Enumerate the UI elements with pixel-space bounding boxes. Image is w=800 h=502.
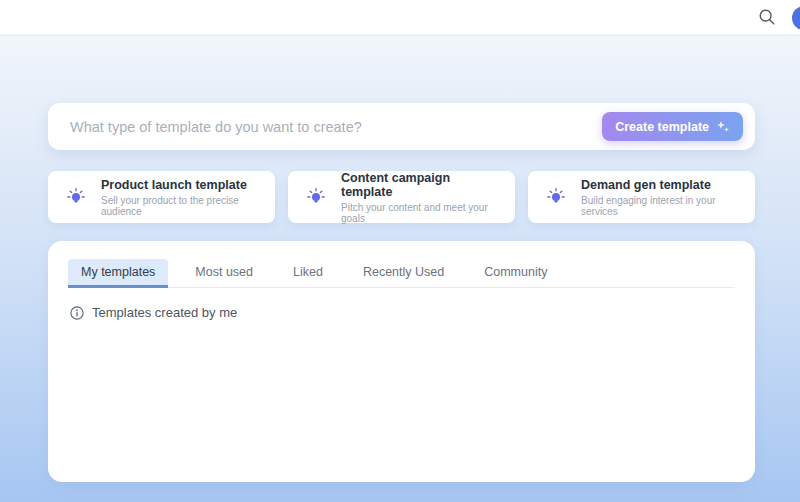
- main-content: Create template: [0, 103, 800, 482]
- suggestion-card-content-campaign[interactable]: Content campaign template Pitch your con…: [288, 171, 515, 223]
- tab-liked[interactable]: Liked: [280, 259, 336, 287]
- app-screen: Create template: [0, 0, 800, 502]
- search-icon[interactable]: [758, 8, 776, 26]
- empty-state-row: Templates created by me: [68, 305, 735, 320]
- suggestion-card-demand-gen[interactable]: Demand gen template Build engaging inter…: [528, 171, 755, 223]
- top-bar: [0, 0, 800, 34]
- suggestion-card-title: Product launch template: [101, 178, 261, 192]
- templates-tabs: My templates Most used Liked Recently Us…: [68, 259, 735, 288]
- suggestion-card-text: Product launch template Sell your produc…: [101, 178, 261, 217]
- suggestion-card-subtitle: Pitch your content and meet your goals: [341, 202, 501, 224]
- avatar[interactable]: [792, 6, 800, 30]
- suggestion-card-subtitle: Sell your product to the precise audienc…: [101, 195, 261, 217]
- create-template-button[interactable]: Create template: [602, 112, 743, 141]
- template-composer-card: Create template: [48, 103, 755, 150]
- suggestion-card-text: Demand gen template Build engaging inter…: [581, 178, 741, 217]
- lightbulb-icon: [66, 187, 86, 207]
- tab-recently-used[interactable]: Recently Used: [350, 259, 457, 287]
- suggestion-card-title: Content campaign template: [341, 171, 501, 199]
- suggestion-card-subtitle: Build engaging interest in your services: [581, 195, 741, 217]
- suggestion-card-text: Content campaign template Pitch your con…: [341, 171, 501, 224]
- empty-state-label: Templates created by me: [92, 305, 237, 320]
- tab-most-used[interactable]: Most used: [182, 259, 266, 287]
- tab-community[interactable]: Community: [471, 259, 560, 287]
- create-template-button-label: Create template: [615, 120, 709, 134]
- suggestion-card-title: Demand gen template: [581, 178, 741, 192]
- info-icon: [70, 306, 84, 320]
- lightbulb-icon: [306, 187, 326, 207]
- tab-my-templates[interactable]: My templates: [68, 259, 168, 287]
- suggestion-cards-row: Product launch template Sell your produc…: [48, 171, 755, 223]
- lightbulb-icon: [546, 187, 566, 207]
- templates-panel: My templates Most used Liked Recently Us…: [48, 241, 755, 482]
- template-prompt-input[interactable]: [70, 119, 602, 135]
- suggestion-card-product-launch[interactable]: Product launch template Sell your produc…: [48, 171, 275, 223]
- sparkles-icon: [716, 120, 730, 134]
